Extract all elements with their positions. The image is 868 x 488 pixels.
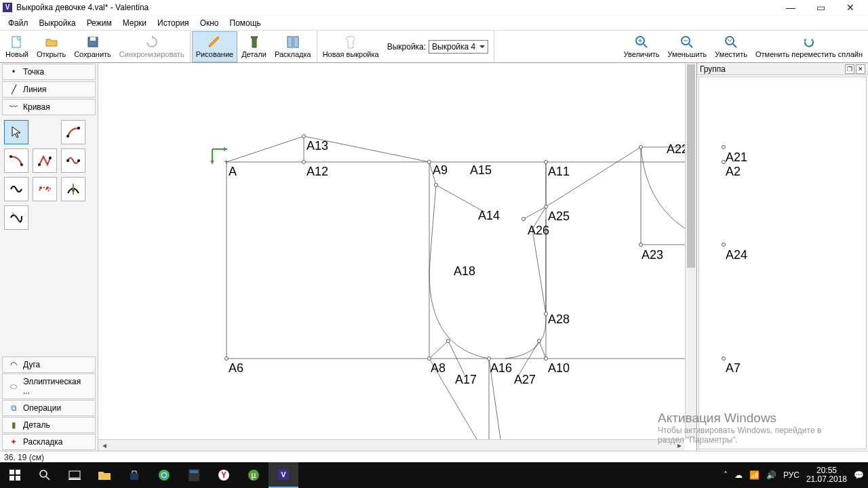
menu-file[interactable]: Файл — [3, 17, 34, 29]
lbl-A23: A23 — [642, 248, 663, 262]
tray-notifications-icon[interactable]: 💬 — [854, 470, 864, 480]
menu-measurements[interactable]: Мерки — [117, 17, 152, 29]
drawing-surface[interactable]: A A12 A13 A9 A15 A11 A21 A22 A2 A14 A25 … — [98, 63, 685, 439]
pt-A15p[interactable] — [434, 183, 438, 187]
group-panel-body[interactable] — [698, 77, 867, 449]
lbl-A12: A12 — [307, 165, 328, 179]
svg-rect-45 — [9, 476, 14, 481]
canvas[interactable]: A A12 A13 A9 A15 A11 A21 A22 A2 A14 A25 … — [98, 63, 696, 451]
spline-tool-5[interactable] — [4, 177, 28, 201]
toolbox-operations[interactable]: ⧉ Операции — [2, 400, 96, 416]
spline-tool-1[interactable] — [61, 120, 85, 144]
close-button[interactable]: ✕ — [835, 0, 865, 15]
pt-A[interactable] — [224, 160, 229, 164]
spline-tool-7[interactable] — [61, 177, 85, 201]
pt-A11[interactable] — [544, 160, 548, 164]
scrollbar-vertical[interactable] — [685, 63, 696, 439]
calc-taskbar[interactable] — [179, 462, 209, 488]
undo-spline-button[interactable]: Отменить переместить сплайн — [751, 31, 867, 62]
tray-chevron-icon[interactable]: ˄ — [724, 470, 728, 480]
svg-line-48 — [46, 476, 50, 480]
lbl-A17: A17 — [455, 373, 477, 387]
svg-point-17 — [46, 186, 49, 189]
spline-tool-3[interactable] — [33, 148, 57, 173]
folder-open-icon — [44, 35, 59, 49]
point-icon: • — [8, 68, 19, 76]
pt-A25[interactable] — [544, 205, 548, 209]
menu-mode[interactable]: Режим — [81, 17, 117, 29]
toolbox-line[interactable]: ╱ Линия — [2, 81, 96, 98]
spline-tool-4[interactable] — [61, 148, 85, 173]
pattern-select[interactable]: Выкройка 4 — [429, 40, 488, 54]
spline-tool-2[interactable] — [4, 148, 28, 173]
svg-point-16 — [39, 186, 42, 189]
pt-A10[interactable] — [544, 357, 548, 361]
toolbox-curve[interactable]: 〰 Кривая — [2, 99, 96, 115]
explorer-taskbar[interactable] — [90, 462, 119, 488]
draw-mode-button[interactable]: Рисование — [192, 31, 237, 62]
zoom-fit-button[interactable]: Уместить — [711, 31, 751, 62]
tray-network-icon[interactable]: 📶 — [749, 470, 760, 480]
toolbox-point[interactable]: • Точка — [2, 64, 96, 80]
pt-A12[interactable] — [302, 160, 306, 164]
menu-pattern[interactable]: Выкройка — [34, 17, 81, 29]
system-tray[interactable]: ˄ ☁ 📶 🔊 РУС 20:55 21.07.2018 💬 — [719, 466, 868, 484]
svg-point-13 — [49, 157, 52, 159]
menu-history[interactable]: История — [152, 17, 195, 29]
yandex-taskbar[interactable]: Y — [209, 462, 239, 488]
svg-point-10 — [9, 155, 12, 158]
menu-window[interactable]: Окно — [195, 17, 224, 29]
search-button[interactable] — [30, 462, 60, 488]
pt-A26[interactable] — [521, 217, 526, 221]
zoom-in-button[interactable]: Увеличить — [620, 31, 664, 62]
maximize-button[interactable]: ▭ — [806, 0, 835, 15]
tray-clock[interactable]: 20:55 21.07.2018 — [806, 466, 847, 484]
pt-A22[interactable] — [639, 145, 643, 149]
pt-A23[interactable] — [639, 243, 643, 247]
utorrent-taskbar[interactable]: µ — [239, 462, 269, 488]
svg-line-23 — [226, 136, 304, 162]
start-button[interactable] — [0, 462, 30, 488]
new-button[interactable]: Новый — [1, 31, 33, 62]
lbl-A10: A10 — [548, 361, 570, 375]
lbl-A15: A15 — [470, 163, 492, 178]
scrollbar-horizontal[interactable]: ◂▸ — [98, 439, 685, 451]
toolbox-elliptical[interactable]: ⬭ Эллиптическая ... — [2, 373, 96, 399]
pt-A8[interactable] — [427, 357, 431, 361]
details-mode-button[interactable]: Детали — [237, 31, 271, 62]
panel-close-button[interactable]: ✕ — [856, 64, 865, 74]
pt-A6[interactable] — [224, 357, 229, 361]
pt-A16[interactable] — [487, 357, 491, 361]
tray-lang[interactable]: РУС — [783, 470, 800, 480]
pt-A24[interactable] — [722, 243, 726, 247]
new-pattern-button[interactable]: Новая выкройка — [319, 31, 383, 62]
pt-A7[interactable] — [722, 357, 726, 361]
layout-mode-button[interactable]: Раскладка — [271, 31, 315, 62]
store-taskbar[interactable] — [119, 462, 149, 488]
svg-point-8 — [66, 135, 69, 138]
tray-onedrive-icon[interactable]: ☁ — [734, 470, 743, 480]
save-button[interactable]: Сохранить — [70, 31, 115, 62]
open-button[interactable]: Открыть — [33, 31, 70, 62]
spline-tool-8[interactable] — [4, 205, 28, 230]
pt-A8b[interactable] — [446, 339, 450, 343]
svg-rect-44 — [16, 470, 20, 474]
zoom-out-button[interactable]: Уменьшить — [664, 31, 711, 62]
toolbox-layout[interactable]: ✦ Раскладка — [2, 434, 96, 450]
sync-button[interactable]: Синхронизировать — [115, 31, 189, 62]
pt-A9[interactable] — [427, 160, 431, 164]
chrome-taskbar[interactable] — [149, 462, 179, 488]
valentina-taskbar[interactable]: V — [269, 462, 298, 488]
pt-A21[interactable] — [722, 145, 726, 149]
pt-A10b[interactable] — [537, 339, 541, 343]
menu-help[interactable]: Помощь — [224, 17, 267, 29]
spline-tool-6[interactable] — [33, 177, 57, 201]
pointer-tool[interactable] — [4, 120, 28, 144]
toolbox-arc[interactable]: ◠ Дуга — [2, 357, 96, 373]
taskview-button[interactable] — [60, 462, 90, 488]
tray-volume-icon[interactable]: 🔊 — [766, 470, 776, 480]
toolbox-detail[interactable]: ▮ Деталь — [2, 417, 96, 433]
minimize-button[interactable]: — — [776, 0, 806, 15]
pt-A13[interactable] — [302, 134, 306, 138]
panel-dock-button[interactable]: ❐ — [845, 64, 854, 74]
